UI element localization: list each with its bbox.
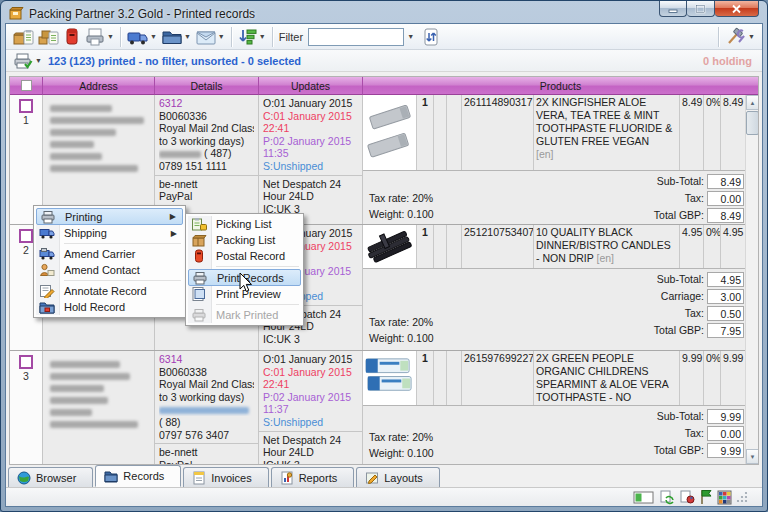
- redacted-address-line: [50, 165, 138, 172]
- filter-input[interactable]: [308, 28, 404, 46]
- close-button[interactable]: [715, 1, 759, 17]
- row-number: 2: [23, 244, 29, 256]
- menu-item-hold-record[interactable]: Hold Record: [36, 299, 183, 315]
- tax-rate: Tax rate: 20%: [369, 190, 434, 206]
- address-cell[interactable]: [43, 351, 155, 464]
- folders-button[interactable]: ▼: [159, 25, 193, 49]
- sort-button[interactable]: ▼: [236, 25, 268, 49]
- tab-browser[interactable]: Browser: [8, 467, 93, 487]
- tools-dropdown[interactable]: ▼: [748, 33, 755, 40]
- menu-separator: [64, 280, 181, 281]
- packing-list-button[interactable]: [36, 25, 61, 49]
- products-cell[interactable]: 1 261114890317 2X KINGFISHER ALOE VERA, …: [363, 95, 745, 224]
- header-details[interactable]: Details: [155, 77, 259, 95]
- carrier-truck-icon: [39, 247, 55, 261]
- resize-grip[interactable]: [736, 491, 748, 503]
- redacted-address-line: [50, 117, 144, 124]
- shipping-dropdown[interactable]: ▼: [150, 33, 157, 40]
- total-label: Sub-Total:: [657, 175, 704, 187]
- print-labels-dropdown[interactable]: ▼: [107, 33, 114, 40]
- shipping-status: S:Unshipped: [263, 160, 358, 173]
- menu-item-printing[interactable]: Printing ▶: [36, 208, 183, 225]
- status-bar: [6, 487, 762, 506]
- total-label: Total GBP:: [654, 444, 704, 456]
- updates-cell[interactable]: O:01 January 2015 C:01 January 2015 22:4…: [259, 95, 363, 224]
- vertical-scrollbar[interactable]: ▲ ▼: [745, 95, 758, 464]
- tab-records[interactable]: Records: [95, 465, 181, 487]
- header-updates[interactable]: Updates: [259, 77, 363, 95]
- truck-icon: [127, 27, 149, 47]
- table-header: Address Details Updates Products: [10, 77, 758, 95]
- printed-date: P:02 January 2015: [263, 391, 358, 404]
- menu-item-amend-contact[interactable]: Amend Contact: [36, 262, 183, 278]
- products-cell[interactable]: 1 251210753407 10 QUALITY BLACK DINNER/B…: [363, 225, 745, 350]
- menu-item-packing-list[interactable]: Packing List: [188, 232, 301, 248]
- redacted-email: [159, 151, 201, 158]
- details-cell[interactable]: 6314 B0060338 Royal Mail 2nd Class (2 to…: [155, 351, 259, 464]
- print-labels-button[interactable]: ▼: [83, 25, 116, 49]
- filter-dropdown[interactable]: ▼: [407, 33, 414, 40]
- tools-button[interactable]: ▼: [723, 25, 757, 49]
- record-ref: B0060336: [159, 110, 254, 123]
- printed-time: 11:37: [263, 403, 358, 416]
- picking-list-icon: [13, 27, 34, 47]
- email-button[interactable]: ▼: [193, 25, 227, 49]
- total-value: 9.99: [707, 409, 744, 424]
- printed-view-button[interactable]: ▼: [11, 49, 44, 73]
- products-cell[interactable]: 1 261597699227 2X GREEN PEOPLE ORGANIC C…: [363, 351, 745, 464]
- folder-icon: [161, 27, 183, 47]
- total-label: Tax:: [685, 192, 704, 204]
- total-value: 7.95: [707, 323, 744, 338]
- refresh-button[interactable]: [420, 25, 442, 49]
- select-all-checkbox[interactable]: [21, 80, 32, 91]
- maximize-button[interactable]: [687, 1, 715, 17]
- postal-record-button[interactable]: [61, 25, 83, 49]
- menu-item-amend-carrier[interactable]: Amend Carrier: [36, 246, 183, 262]
- row-checkbox[interactable]: [19, 229, 33, 243]
- battery-indicator: [633, 491, 655, 504]
- email-dropdown[interactable]: ▼: [218, 33, 225, 40]
- tab-reports[interactable]: Reports: [271, 467, 355, 487]
- updates-cell[interactable]: O:01 January 2015 C:01 January 2015 22:4…: [259, 351, 363, 464]
- palette-grid-icon: [717, 490, 732, 505]
- order-number: 6314: [159, 353, 254, 366]
- minimize-button[interactable]: [659, 1, 687, 17]
- tab-invoices[interactable]: Invoices: [183, 467, 268, 487]
- minimize-icon: [668, 4, 678, 13]
- row-number: 1: [23, 114, 29, 126]
- menu-item-shipping[interactable]: Shipping ▶: [36, 225, 183, 241]
- sort-dropdown[interactable]: ▼: [259, 33, 266, 40]
- menu-item-postal-record[interactable]: Postal Record: [188, 248, 301, 264]
- menu-item-label: Print Preview: [216, 288, 281, 300]
- menu-item-picking-list[interactable]: Picking List: [188, 216, 301, 232]
- tab-layouts[interactable]: Layouts: [356, 467, 440, 487]
- header-select-all[interactable]: [10, 77, 43, 95]
- shipping-button[interactable]: ▼: [125, 25, 159, 49]
- menu-item-annotate-record[interactable]: Annotate Record: [36, 283, 183, 299]
- product-barcode: 251210753407: [462, 225, 534, 268]
- picking-list-button[interactable]: [11, 25, 36, 49]
- scroll-thumb[interactable]: [746, 111, 759, 135]
- redacted-address-line: [50, 129, 116, 136]
- record-row-3[interactable]: 3 6314 B0060338 Royal M: [10, 351, 745, 464]
- redacted-address-line: [50, 153, 102, 160]
- printed-view-dropdown[interactable]: ▼: [35, 57, 42, 64]
- menu-item-print-records[interactable]: Print Records: [188, 269, 301, 286]
- header-products[interactable]: Products: [363, 77, 758, 95]
- header-address[interactable]: Address: [43, 77, 155, 95]
- filter-label: Filter: [279, 31, 303, 43]
- menu-item-mark-printed[interactable]: Mark Printed: [188, 307, 301, 323]
- product-spare-col: [447, 225, 462, 268]
- folders-dropdown[interactable]: ▼: [184, 33, 191, 40]
- scroll-up-button[interactable]: ▲: [746, 95, 759, 110]
- row-checkbox[interactable]: [19, 99, 33, 113]
- menu-item-print-preview[interactable]: Print Preview: [188, 286, 301, 302]
- scroll-down-button[interactable]: ▼: [746, 449, 759, 464]
- title-bar[interactable]: Packing Partner 3.2 Gold - Printed recor…: [1, 1, 767, 23]
- printer-icon: [192, 271, 208, 285]
- product-image: [363, 95, 417, 170]
- menu-item-label: Picking List: [216, 218, 272, 230]
- product-discount: 0%: [704, 95, 721, 170]
- payment-line: PayPal: [159, 459, 254, 464]
- row-checkbox[interactable]: [19, 355, 33, 369]
